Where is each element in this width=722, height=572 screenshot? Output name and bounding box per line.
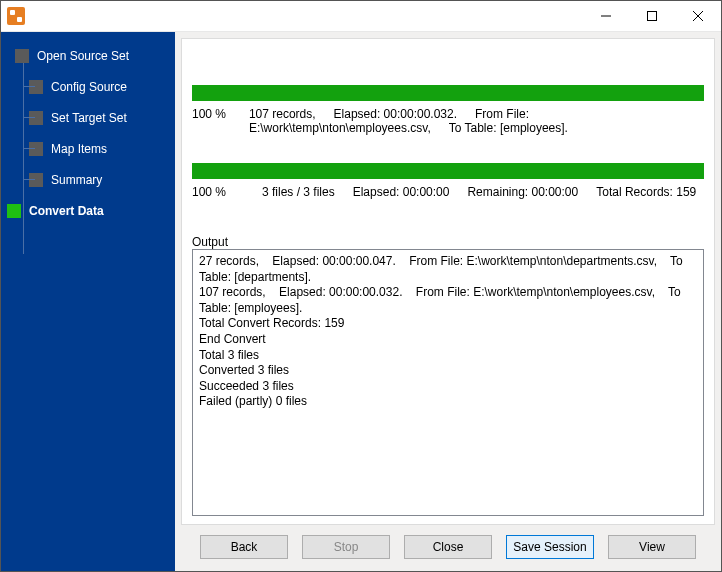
file-progress-section: 100 % 107 records, Elapsed: 00:00:00.032…: [192, 85, 704, 135]
total-progress-percent: 100 %: [192, 185, 242, 199]
file-progress-percent: 100 %: [192, 107, 229, 135]
remaining-time: Remaining: 00:00:00: [467, 185, 578, 199]
files-count: 3 files / 3 files: [262, 185, 335, 199]
main-content: 100 % 107 records, Elapsed: 00:00:00.032…: [175, 32, 721, 571]
total-progress-bar: [192, 163, 704, 179]
nav-config-source[interactable]: Config Source: [11, 71, 175, 102]
file-progress-bar: [192, 85, 704, 101]
total-records: Total Records: 159: [596, 185, 696, 199]
file-path: E:\work\temp\nton\employees.csv,: [249, 121, 431, 135]
stop-button: Stop: [302, 535, 390, 559]
file-progress-info: 107 records, Elapsed: 00:00:00.032. From…: [249, 107, 704, 135]
from-file-label: From File:: [475, 107, 529, 121]
to-table: To Table: [employees].: [449, 121, 568, 135]
nav-label: Open Source Set: [37, 49, 129, 63]
convert-panel: 100 % 107 records, Elapsed: 00:00:00.032…: [181, 38, 715, 525]
total-progress-section: 100 % 3 files / 3 files Elapsed: 00:00:0…: [192, 163, 704, 199]
close-button[interactable]: Close: [404, 535, 492, 559]
nav-open-source-set[interactable]: Open Source Set: [11, 40, 175, 71]
minimize-button[interactable]: [583, 1, 629, 31]
nav-label: Config Source: [51, 80, 127, 94]
nav-label: Convert Data: [29, 204, 104, 218]
elapsed-time: Elapsed: 00:00:00.032.: [334, 107, 457, 121]
step-box-icon: [7, 204, 21, 218]
output-log[interactable]: 27 records, Elapsed: 00:00:00.047. From …: [192, 249, 704, 516]
nav-label: Summary: [51, 173, 102, 187]
maximize-button[interactable]: [629, 1, 675, 31]
svg-rect-0: [648, 12, 657, 21]
nav-set-target-set[interactable]: Set Target Set: [11, 102, 175, 133]
wizard-sidebar: Open Source Set Config Source Set Target…: [1, 32, 175, 571]
view-button[interactable]: View: [608, 535, 696, 559]
total-progress-info: 3 files / 3 files Elapsed: 00:00:00 Rema…: [262, 185, 696, 199]
nav-summary[interactable]: Summary: [11, 164, 175, 195]
step-box-icon: [15, 49, 29, 63]
close-window-button[interactable]: [675, 1, 721, 31]
button-row: Back Stop Close Save Session View: [181, 525, 715, 565]
output-label: Output: [192, 235, 704, 249]
save-session-button[interactable]: Save Session: [506, 535, 594, 559]
app-icon: [7, 7, 25, 25]
total-elapsed: Elapsed: 00:00:00: [353, 185, 450, 199]
nav-label: Set Target Set: [51, 111, 127, 125]
app-window: Open Source Set Config Source Set Target…: [0, 0, 722, 572]
nav-convert-data[interactable]: Convert Data: [3, 195, 175, 226]
titlebar[interactable]: [1, 1, 721, 32]
nav-label: Map Items: [51, 142, 107, 156]
back-button[interactable]: Back: [200, 535, 288, 559]
records-count: 107 records,: [249, 107, 316, 121]
nav-map-items[interactable]: Map Items: [11, 133, 175, 164]
